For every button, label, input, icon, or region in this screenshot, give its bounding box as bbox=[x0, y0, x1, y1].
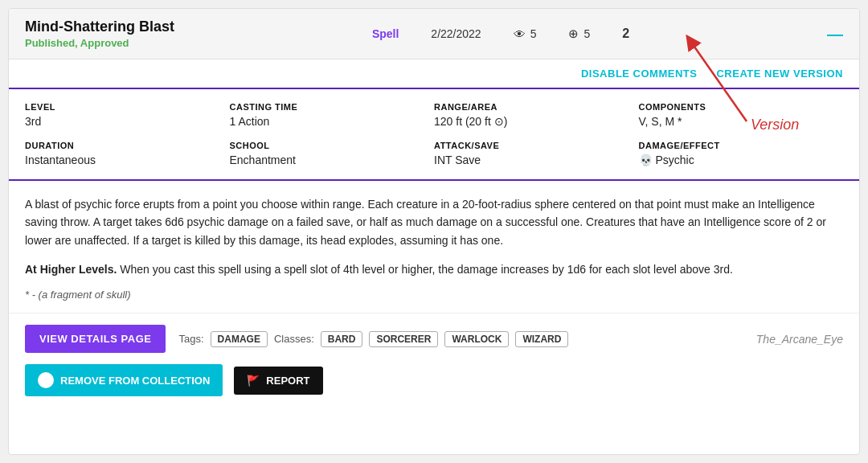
header: Mind-Shattering Blast Published, Approve… bbox=[9, 9, 859, 59]
level-value: 3rd bbox=[25, 115, 230, 128]
classes-label: Classes: bbox=[274, 333, 314, 345]
attack-value: INT Save bbox=[434, 154, 639, 166]
class-wizard: WIZARD bbox=[515, 331, 568, 347]
damage-value: 💀 Psychic bbox=[639, 154, 844, 166]
report-button[interactable]: 🚩 REPORT bbox=[234, 367, 322, 395]
skull-icon: 💀 bbox=[639, 154, 653, 166]
spell-card: Mind-Shattering Blast Published, Approve… bbox=[8, 8, 860, 455]
header-right: — bbox=[827, 26, 843, 42]
date-value: 2/22/2022 bbox=[431, 27, 481, 40]
header-meta: Spell 2/22/2022 👁 5 ⊕ 5 2 bbox=[174, 27, 827, 41]
components-label: COMPONENTS bbox=[639, 102, 844, 112]
attack-stat: ATTACK/SAVE INT Save bbox=[434, 141, 639, 166]
spell-title: Mind-Shattering Blast bbox=[25, 18, 174, 35]
school-value: Enchantment bbox=[230, 154, 435, 166]
minimize-button[interactable]: — bbox=[827, 26, 843, 42]
header-left: Mind-Shattering Blast Published, Approve… bbox=[25, 18, 174, 49]
disable-comments-link[interactable]: DISABLE COMMENTS bbox=[581, 68, 698, 80]
view-details-button[interactable]: VIEW DETAILS PAGE bbox=[25, 325, 166, 353]
date-item: 2/22/2022 bbox=[431, 27, 481, 40]
views-item: 👁 5 bbox=[514, 27, 537, 41]
remove-label: REMOVE FROM COLLECTION bbox=[60, 375, 210, 387]
bookmarks-item: ⊕ 5 bbox=[568, 27, 590, 41]
description-section: A blast of psychic force erupts from a p… bbox=[9, 181, 859, 313]
flag-icon: 🚩 bbox=[247, 375, 260, 387]
footnote: * - (a fragment of skull) bbox=[25, 287, 843, 304]
range-value: 120 ft (20 ft ⊙) bbox=[434, 115, 639, 128]
create-new-version-link[interactable]: CREATE NEW VERSION bbox=[716, 68, 843, 80]
spell-type: Spell bbox=[372, 27, 399, 40]
class-bard: BARD bbox=[321, 331, 363, 347]
level-label: LEVEL bbox=[25, 102, 230, 112]
footer-tags: VIEW DETAILS PAGE Tags: DAMAGE Classes: … bbox=[9, 313, 859, 364]
components-value: V, S, M * bbox=[639, 115, 844, 128]
damage-text: Psychic bbox=[655, 154, 694, 166]
class-warlock: WARLOCK bbox=[444, 331, 509, 347]
bookmark-icon: ⊕ bbox=[568, 27, 579, 41]
tags-label: Tags: bbox=[178, 333, 203, 345]
duration-stat: DURATION Instantaneous bbox=[25, 141, 230, 166]
higher-levels: At Higher Levels. When you cast this spe… bbox=[25, 260, 843, 278]
range-stat: RANGE/AREA 120 ft (20 ft ⊙) bbox=[434, 102, 639, 128]
damage-label: DAMAGE/EFFECT bbox=[639, 141, 844, 150]
school-label: SCHOOL bbox=[230, 141, 435, 150]
level-stat: LEVEL 3rd bbox=[25, 102, 230, 128]
description-text: A blast of psychic force erupts from a p… bbox=[25, 195, 843, 249]
higher-levels-text: When you cast this spell using a spell s… bbox=[117, 263, 733, 276]
higher-levels-bold: At Higher Levels. bbox=[25, 263, 117, 276]
tag-damage: DAMAGE bbox=[211, 331, 268, 347]
duration-label: DURATION bbox=[25, 141, 230, 150]
eye-icon: 👁 bbox=[514, 27, 526, 41]
toggle-icon bbox=[38, 372, 54, 388]
views-count: 5 bbox=[530, 27, 537, 40]
spell-status: Published, Approved bbox=[25, 37, 174, 49]
class-sorcerer: SORCERER bbox=[369, 331, 438, 347]
version-item: 2 bbox=[622, 27, 629, 41]
user-credit: The_Arcane_Eye bbox=[756, 333, 843, 346]
report-label: REPORT bbox=[266, 375, 309, 387]
duration-value: Instantaneous bbox=[25, 154, 230, 166]
damage-stat: DAMAGE/EFFECT 💀 Psychic bbox=[639, 141, 844, 166]
version-number: 2 bbox=[622, 27, 629, 41]
school-stat: SCHOOL Enchantment bbox=[230, 141, 435, 166]
footer-actions: REMOVE FROM COLLECTION 🚩 REPORT bbox=[9, 364, 859, 409]
casting-time-stat: CASTING TIME 1 Action bbox=[230, 102, 435, 128]
components-stat: COMPONENTS V, S, M * bbox=[639, 102, 844, 128]
tags-area: Tags: DAMAGE Classes: BARD SORCERER WARL… bbox=[178, 331, 743, 347]
range-label: RANGE/AREA bbox=[434, 102, 639, 112]
action-bar: DISABLE COMMENTS CREATE NEW VERSION bbox=[9, 59, 859, 89]
attack-label: ATTACK/SAVE bbox=[434, 141, 639, 150]
stats-grid: LEVEL 3rd CASTING TIME 1 Action RANGE/AR… bbox=[9, 89, 859, 181]
bookmarks-count: 5 bbox=[583, 27, 590, 40]
casting-time-value: 1 Action bbox=[230, 115, 435, 128]
remove-from-collection-button[interactable]: REMOVE FROM COLLECTION bbox=[25, 364, 223, 396]
casting-time-label: CASTING TIME bbox=[230, 102, 435, 112]
